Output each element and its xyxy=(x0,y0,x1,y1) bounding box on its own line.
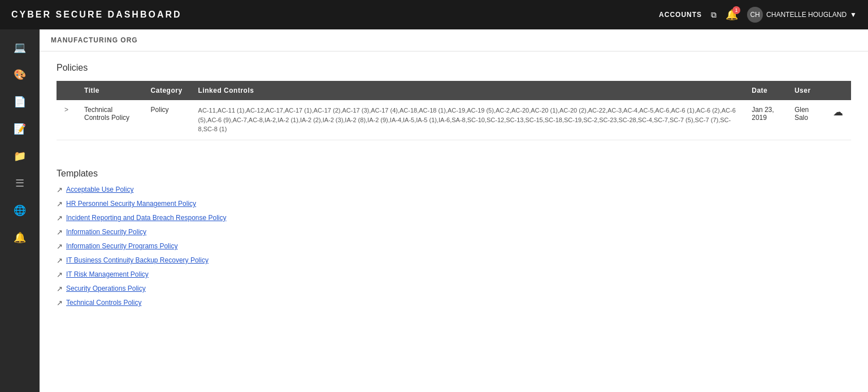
row-expand-cell[interactable]: > xyxy=(57,100,76,140)
monitor-icon: 💻 xyxy=(14,41,26,54)
template-link[interactable]: IT Risk Management Policy xyxy=(66,270,149,278)
col-expand xyxy=(57,81,76,100)
external-link-icon: ↗ xyxy=(57,242,63,251)
templates-list: ↗Acceptable Use Policy↗HR Personnel Secu… xyxy=(57,186,851,307)
template-link[interactable]: HR Personnel Security Management Policy xyxy=(66,200,196,208)
template-link[interactable]: Information Security Programs Policy xyxy=(66,242,177,250)
template-link-item: ↗Acceptable Use Policy xyxy=(57,186,851,194)
external-link-icon: ↗ xyxy=(57,186,63,194)
external-link-icon: ↗ xyxy=(57,285,63,293)
template-link[interactable]: Technical Controls Policy xyxy=(66,299,141,307)
download-icon[interactable]: ☁ xyxy=(833,106,843,118)
external-link-icon: ↗ xyxy=(57,299,63,307)
accounts-link[interactable]: ACCOUNTS xyxy=(659,11,702,19)
clipboard-icon: 📝 xyxy=(14,123,26,135)
user-name-label: CHANTELLE HOUGLAND xyxy=(766,11,847,19)
sidebar-item-network[interactable]: 🌐 xyxy=(6,198,34,223)
org-name-label: MANUFACTURING ORG xyxy=(51,36,138,44)
globe-icon: 🌐 xyxy=(14,204,26,217)
sidebar-item-notifications[interactable]: 🔔 xyxy=(6,225,34,250)
list-icon: ☰ xyxy=(15,177,24,189)
template-link[interactable]: Security Operations Policy xyxy=(66,285,146,292)
app-title: CYBER SECURE DASHBOARD xyxy=(11,10,659,20)
row-date-cell: Jan 23, 2019 xyxy=(744,100,787,140)
row-title-cell: Technical Controls Policy xyxy=(76,100,143,140)
document-icon: 📄 xyxy=(14,96,26,108)
template-link-item: ↗HR Personnel Security Management Policy xyxy=(57,200,851,208)
sidebar: 💻 🎨 📄 📝 📁 ☰ 🌐 🔔 xyxy=(0,29,40,392)
template-link-item: ↗Security Operations Policy xyxy=(57,285,851,293)
col-date: Date xyxy=(744,81,787,100)
user-chevron-icon: ▼ xyxy=(850,11,857,19)
template-link-item: ↗Information Security Policy xyxy=(57,228,851,236)
breadcrumb: MANUFACTURING ORG xyxy=(40,29,868,51)
col-download xyxy=(825,81,851,100)
external-link-icon: ↗ xyxy=(57,270,63,279)
template-link-item: ↗IT Business Continuity Backup Recovery … xyxy=(57,256,851,265)
row-category-cell: Policy xyxy=(143,100,190,140)
col-linked-controls: Linked Controls xyxy=(190,81,744,100)
top-navigation: CYBER SECURE DASHBOARD ACCOUNTS ⧉ 🔔 1 CH… xyxy=(0,0,868,29)
template-link[interactable]: Information Security Policy xyxy=(66,228,146,236)
sidebar-item-files[interactable]: 📁 xyxy=(6,144,34,169)
content-area: MANUFACTURING ORG Policies Title Categor… xyxy=(40,29,868,392)
sidebar-item-list[interactable]: ☰ xyxy=(6,171,34,196)
palette-icon: 🎨 xyxy=(14,68,26,81)
bell-badge-count: 1 xyxy=(732,6,740,14)
template-link-item: ↗Technical Controls Policy xyxy=(57,299,851,307)
policies-title: Policies xyxy=(57,63,851,73)
external-link-icon: ↗ xyxy=(57,256,63,265)
policies-section: Policies Title Category Linked Controls … xyxy=(40,51,868,169)
template-link-item: ↗IT Risk Management Policy xyxy=(57,270,851,279)
template-link-item: ↗Information Security Programs Policy xyxy=(57,242,851,251)
row-linked-controls-cell: AC-11,AC-11 (1),AC-12,AC-17,AC-17 (1),AC… xyxy=(190,100,744,140)
linked-controls-text: AC-11,AC-11 (1),AC-12,AC-17,AC-17 (1),AC… xyxy=(198,107,736,132)
col-user: User xyxy=(787,81,825,100)
expand-chevron-icon[interactable]: > xyxy=(64,106,68,114)
external-link-icon: ↗ xyxy=(57,214,63,222)
template-link[interactable]: IT Business Continuity Backup Recovery P… xyxy=(66,256,209,264)
main-layout: 💻 🎨 📄 📝 📁 ☰ 🌐 🔔 MANUFACTURING ORG xyxy=(0,29,868,392)
template-link[interactable]: Incident Reporting and Data Breach Respo… xyxy=(66,214,227,222)
row-user-cell: Glen Salo xyxy=(787,100,825,140)
expand-icon[interactable]: ⧉ xyxy=(711,10,717,20)
folder-icon: 📁 xyxy=(14,150,26,162)
bell-sidebar-icon: 🔔 xyxy=(14,231,26,244)
col-category: Category xyxy=(143,81,190,100)
col-title: Title xyxy=(76,81,143,100)
user-menu[interactable]: CH CHANTELLE HOUGLAND ▼ xyxy=(747,7,857,23)
sidebar-item-clipboard[interactable]: 📝 xyxy=(6,117,34,141)
row-download-cell[interactable]: ☁ xyxy=(825,100,851,140)
bell-notification[interactable]: 🔔 1 xyxy=(726,8,738,21)
sidebar-item-dashboard[interactable]: 💻 xyxy=(6,35,34,60)
templates-section: Templates ↗Acceptable Use Policy↗HR Pers… xyxy=(40,169,868,330)
nav-right-group: ACCOUNTS ⧉ 🔔 1 CH CHANTELLE HOUGLAND ▼ xyxy=(659,7,857,23)
policies-table: Title Category Linked Controls Date User… xyxy=(57,81,851,140)
external-link-icon: ↗ xyxy=(57,228,63,236)
table-row: > Technical Controls Policy Policy AC-11… xyxy=(57,100,851,140)
template-link-item: ↗Incident Reporting and Data Breach Resp… xyxy=(57,214,851,222)
avatar: CH xyxy=(747,7,763,23)
sidebar-item-documents[interactable]: 📄 xyxy=(6,89,34,114)
sidebar-item-design[interactable]: 🎨 xyxy=(6,62,34,87)
external-link-icon: ↗ xyxy=(57,200,63,208)
templates-title: Templates xyxy=(57,169,851,179)
template-link[interactable]: Acceptable Use Policy xyxy=(66,186,133,193)
